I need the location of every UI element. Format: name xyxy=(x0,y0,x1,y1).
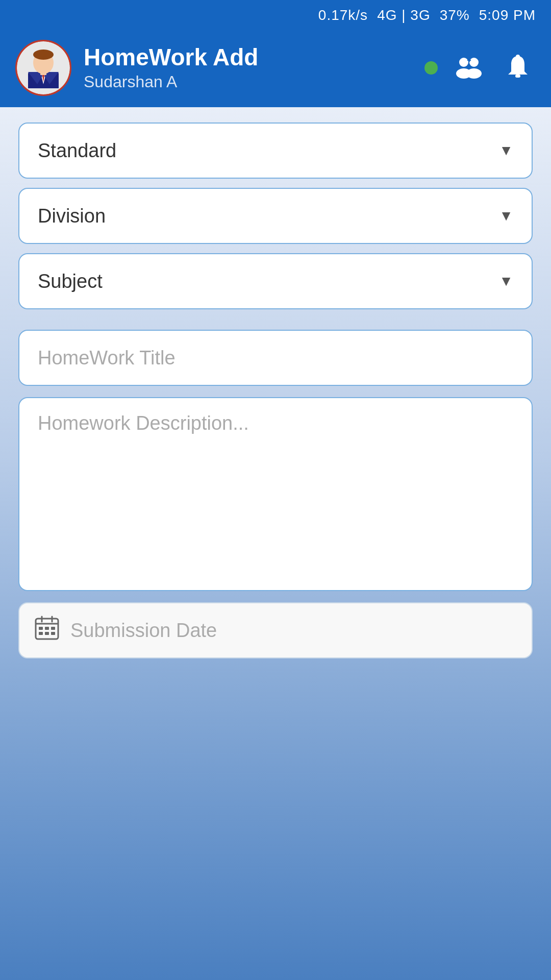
subject-arrow: ▼ xyxy=(499,273,513,289)
svg-rect-22 xyxy=(45,632,49,635)
svg-rect-18 xyxy=(39,627,43,630)
standard-arrow: ▼ xyxy=(499,142,513,159)
dropdown-section: Standard ▼ Division ▼ Subject ▼ xyxy=(18,122,533,309)
homework-title-input[interactable] xyxy=(18,330,533,386)
division-arrow: ▼ xyxy=(499,208,513,224)
time: 5:09 PM xyxy=(479,7,536,23)
subject-label: Subject xyxy=(38,271,103,292)
division-dropdown[interactable]: Division ▼ xyxy=(18,188,533,244)
homework-description-input[interactable] xyxy=(18,397,533,591)
svg-point-13 xyxy=(516,55,520,59)
page-title: HomeWork Add xyxy=(84,44,412,70)
date-placeholder-text: Submission Date xyxy=(70,620,217,642)
svg-point-11 xyxy=(466,68,482,79)
app-header: HomeWork Add Sudarshan A xyxy=(0,31,551,107)
svg-point-6 xyxy=(33,50,54,60)
calendar-icon xyxy=(34,615,60,647)
avatar xyxy=(15,40,71,96)
svg-point-9 xyxy=(469,58,479,67)
network-speed: 0.17k/s xyxy=(318,7,368,23)
users-icon[interactable] xyxy=(451,50,487,86)
svg-rect-20 xyxy=(51,627,55,630)
division-label: Division xyxy=(38,205,106,227)
svg-rect-12 xyxy=(515,75,520,78)
svg-rect-21 xyxy=(39,632,43,635)
standard-label: Standard xyxy=(38,140,116,162)
user-name: Sudarshan A xyxy=(84,72,412,91)
battery-level: 37% xyxy=(440,7,470,23)
svg-rect-7 xyxy=(40,71,46,75)
status-bar: 0.17k/s 4G | 3G 37% 5:09 PM xyxy=(0,0,551,31)
bell-icon[interactable] xyxy=(500,50,536,86)
header-actions xyxy=(424,50,536,86)
main-content: Standard ▼ Division ▼ Subject ▼ xyxy=(0,107,551,980)
input-section: Submission Date xyxy=(18,330,533,658)
standard-dropdown[interactable]: Standard ▼ xyxy=(18,122,533,179)
header-info: HomeWork Add Sudarshan A xyxy=(84,44,412,91)
svg-point-8 xyxy=(459,58,468,67)
avatar-image xyxy=(23,47,64,88)
network-type: 4G | 3G xyxy=(377,7,431,23)
svg-rect-23 xyxy=(51,632,55,635)
online-status-dot xyxy=(424,61,438,75)
submission-date-input[interactable]: Submission Date xyxy=(18,602,533,658)
svg-rect-19 xyxy=(45,627,49,630)
subject-dropdown[interactable]: Subject ▼ xyxy=(18,253,533,309)
